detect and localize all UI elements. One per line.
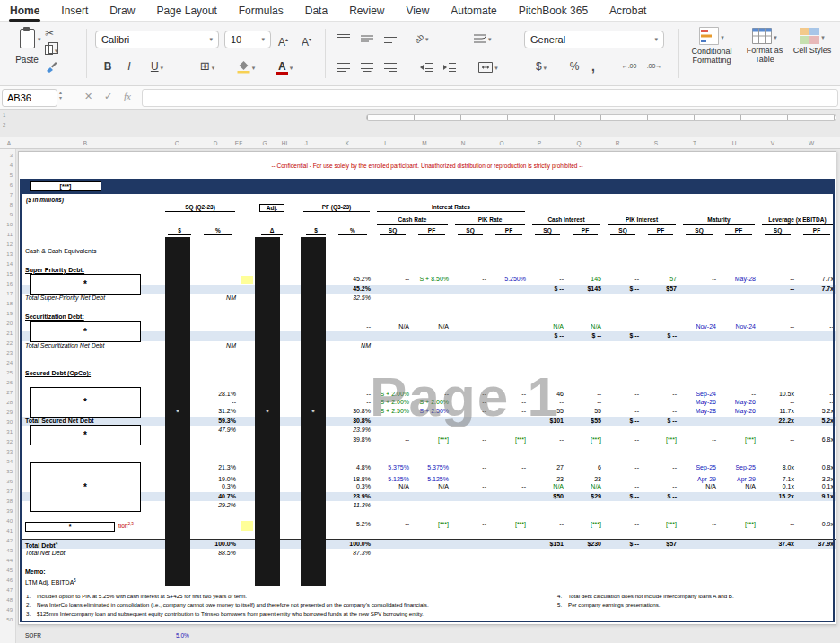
orientation-button[interactable]: ab▾: [415, 29, 429, 47]
name-box-input[interactable]: [2, 89, 57, 107]
font-size-select[interactable]: 10 ▾: [224, 31, 271, 48]
column-letter: B: [83, 140, 87, 146]
tab-home[interactable]: Home: [9, 2, 40, 20]
tab-formulas[interactable]: Formulas: [238, 2, 284, 20]
increase-font-button[interactable]: A▴: [278, 31, 288, 48]
paste-button[interactable]: ▾ Paste: [7, 25, 47, 81]
tab-insert[interactable]: Insert: [60, 2, 89, 20]
comma-format-button[interactable]: ,: [589, 57, 598, 75]
enter-button[interactable]: ✓: [104, 91, 112, 102]
cell: $57: [642, 540, 679, 551]
tab-pitchbook-365[interactable]: PitchBook 365: [518, 2, 589, 20]
align-center-button[interactable]: [361, 57, 373, 75]
cell: Sep-25: [679, 463, 719, 473]
decrease-decimal-button[interactable]: .00→: [643, 57, 666, 75]
row-label: Total Net Debt: [20, 549, 162, 559]
cell: $ --: [642, 492, 679, 502]
align-left-button[interactable]: [337, 57, 350, 75]
increase-decimal-button[interactable]: ←.00: [617, 57, 641, 75]
cell: [***]: [719, 520, 758, 532]
cut-button[interactable]: ✂: [45, 25, 75, 41]
header-cell: Cash Rate: [373, 216, 451, 227]
percent-format-button[interactable]: %: [567, 57, 582, 75]
copy-button[interactable]: ▾: [45, 41, 75, 57]
table-row: 29.2%11.3%: [20, 501, 836, 511]
bold-button[interactable]: B: [101, 57, 115, 75]
footnote: 3.$125mm Intercompany loan and subsequen…: [26, 610, 547, 619]
header-cell: %: [197, 227, 239, 238]
conditional-formatting-button[interactable]: ▾ Conditional Formatting: [686, 27, 738, 65]
worksheet-page[interactable]: -- Confidential - For use solely by the …: [18, 151, 836, 625]
row-number: 29: [0, 408, 15, 418]
cell: 5.375%: [412, 463, 451, 473]
chevron-down-icon: ▾: [488, 36, 492, 42]
indent-icon: [443, 62, 456, 73]
name-box-stepper[interactable]: ▴▾: [59, 90, 62, 101]
cell: N/A: [412, 482, 451, 492]
fill-color-button[interactable]: ▾: [232, 57, 260, 75]
increase-indent-button[interactable]: [443, 57, 456, 75]
cell: [***]: [642, 520, 679, 532]
decrease-font-button[interactable]: A▾: [302, 31, 311, 48]
tab-page-layout[interactable]: Page Layout: [155, 2, 217, 20]
align-top-button[interactable]: [337, 29, 350, 47]
row-number: 6: [0, 181, 15, 190]
number-format-select[interactable]: General ▾: [524, 31, 664, 48]
cell: 0.8x: [797, 463, 836, 473]
chevron-down-icon: ▾: [209, 36, 213, 43]
tab-view[interactable]: View: [406, 2, 431, 20]
format-painter-button[interactable]: [45, 57, 75, 74]
cell: --: [451, 436, 489, 445]
row-number: 28: [0, 398, 15, 408]
row-label: [20, 530, 162, 540]
align-bottom-button[interactable]: [384, 29, 397, 47]
row-number: 49: [0, 605, 15, 615]
wrap-text-button[interactable]: ▾: [474, 29, 492, 47]
redaction-box: *: [30, 322, 141, 342]
cell: $ --: [566, 331, 604, 341]
align-right-button[interactable]: [384, 57, 397, 75]
sheet-area[interactable]: ABCDEFGHIJKLMNOPQRSTUVW 3456789101112131…: [0, 110, 840, 643]
tab-data[interactable]: Data: [304, 2, 328, 20]
cell: NM: [332, 341, 373, 351]
align-left-icon: [337, 62, 350, 73]
cell: [***]: [566, 436, 604, 445]
sofr-label: SOFR: [25, 632, 41, 639]
formula-input[interactable]: [142, 89, 838, 107]
borders-button[interactable]: ⊞▾: [194, 57, 221, 75]
tab-review[interactable]: Review: [348, 2, 385, 20]
decrease-indent-button[interactable]: [420, 57, 433, 75]
column-letter: C: [175, 140, 179, 146]
cancel-button[interactable]: ✕: [84, 91, 92, 102]
align-middle-button[interactable]: [361, 29, 373, 47]
tab-draw[interactable]: Draw: [109, 2, 136, 20]
row-number: 48: [0, 595, 15, 605]
cell: 15.2x: [758, 492, 797, 502]
column-letter: O: [499, 140, 503, 146]
font-name-select[interactable]: Calibri ▾: [95, 31, 219, 48]
row-number: 12: [0, 240, 15, 250]
currency-format-button[interactable]: $▾: [529, 57, 553, 75]
row-number: 21: [0, 329, 15, 339]
highlight-cell: [241, 521, 253, 531]
cell-styles-button[interactable]: ▾ Cell Styles: [792, 27, 833, 55]
cell: 5.250%: [489, 275, 529, 285]
underline-button[interactable]: U▾: [144, 57, 171, 75]
cell: --: [489, 482, 529, 492]
row-number: 17: [0, 289, 15, 299]
sofr-value: 5.0%: [176, 632, 189, 639]
format-as-table-button[interactable]: ▾ Format as Table: [741, 27, 788, 64]
wrap-text-icon: [474, 33, 486, 44]
tab-acrobat[interactable]: Acrobat: [608, 2, 647, 20]
merge-center-button[interactable]: ▾: [474, 57, 503, 75]
column-letter: D: [214, 140, 218, 146]
tab-automate[interactable]: Automate: [450, 2, 497, 20]
column-letter: L: [384, 140, 388, 146]
insert-function-button[interactable]: fx: [124, 91, 131, 101]
italic-button[interactable]: I: [124, 57, 135, 75]
row-label: [20, 237, 162, 247]
cell: $ --: [604, 285, 642, 295]
cell: $ --: [604, 540, 642, 551]
chevron-down-icon: ▾: [721, 34, 724, 40]
font-color-button[interactable]: A▾: [271, 57, 298, 75]
